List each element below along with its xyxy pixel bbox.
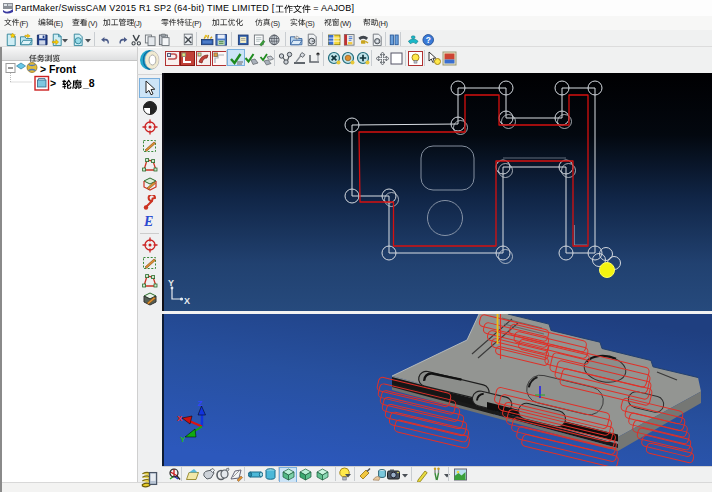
svg-text:?: ? <box>425 35 430 45</box>
svg-text:X: X <box>184 296 190 306</box>
svg-text:X: X <box>177 414 183 423</box>
svg-text:Y: Y <box>168 278 174 288</box>
svg-text:Y: Y <box>180 435 186 444</box>
svg-text:E: E <box>143 214 153 229</box>
svg-text:Z: Z <box>198 399 203 408</box>
